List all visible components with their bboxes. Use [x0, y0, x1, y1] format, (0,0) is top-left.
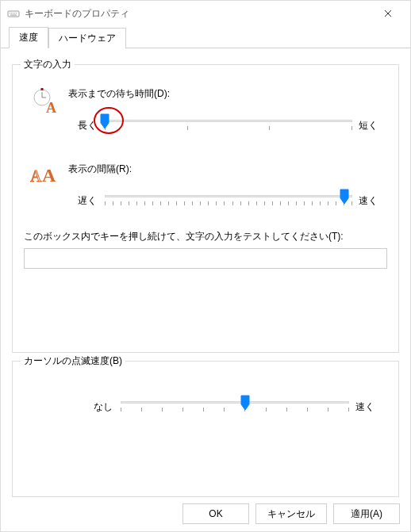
dialog-buttons: OK キャンセル 適用(A) [182, 503, 400, 524]
repeat-delay-left-label: 長く [68, 119, 102, 132]
svg-rect-6 [10, 14, 17, 15]
close-button[interactable] [372, 1, 404, 26]
svg-rect-8 [41, 88, 44, 90]
svg-rect-2 [11, 13, 12, 13]
keyboard-icon [7, 7, 20, 20]
cancel-button[interactable]: キャンセル [255, 503, 327, 524]
repeat-rate-slider[interactable] [105, 190, 352, 211]
blink-left-label: なし [81, 400, 117, 414]
repeat-delay-slider-thumb[interactable] [100, 113, 109, 129]
svg-rect-3 [13, 13, 13, 13]
group-blink-title: カーソルの点滅速度(B) [21, 354, 125, 368]
tab-hardware[interactable]: ハードウェア [48, 28, 126, 48]
svg-rect-4 [14, 13, 15, 13]
svg-rect-0 [8, 11, 19, 17]
blink-slider-thumb[interactable] [240, 395, 250, 411]
svg-text:A: A [42, 165, 56, 186]
blink-right-label: 速く [352, 400, 387, 414]
test-input[interactable] [24, 248, 387, 269]
group-char-input-title: 文字の入力 [21, 58, 75, 71]
blink-slider[interactable] [121, 396, 349, 417]
window: キーボードのプロパティ 速度 ハードウェア 文字の入力 A [0, 0, 411, 532]
test-label: このボックス内でキーを押し続けて、文字の入力をテストしてください(T): [24, 230, 387, 243]
svg-rect-5 [16, 13, 17, 13]
repeat-delay-right-label: 短く [355, 119, 387, 132]
close-icon [384, 10, 392, 17]
repeat-delay-slider[interactable] [105, 115, 352, 136]
repeat-delay-label: 表示までの待ち時間(D): [68, 87, 387, 101]
svg-text:A: A [30, 167, 42, 185]
svg-text:A: A [46, 100, 56, 116]
svg-rect-1 [10, 13, 10, 13]
titlebar[interactable]: キーボードのプロパティ [1, 1, 410, 26]
repeat-rate-left-label: 遅く [68, 194, 102, 208]
repeat-rate-right-label: 速く [355, 194, 387, 208]
group-blink: カーソルの点滅速度(B) なし 速 [12, 361, 399, 497]
cursor-preview [52, 396, 53, 411]
apply-button[interactable]: 適用(A) [333, 503, 400, 524]
ok-button[interactable]: OK [182, 503, 249, 524]
group-char-input: 文字の入力 A 表示までの待ち時間(D): 長く [12, 64, 399, 353]
repeat-rate-icon: A A [24, 163, 68, 186]
window-title: キーボードのプロパティ [25, 7, 372, 21]
tab-speed[interactable]: 速度 [9, 27, 48, 48]
tab-hardware-label: ハードウェア [59, 33, 116, 44]
repeat-rate-slider-thumb[interactable] [340, 189, 349, 205]
repeat-rate-label: 表示の間隔(R): [68, 163, 387, 176]
tab-pane-speed: 文字の入力 A 表示までの待ち時間(D): 長く [1, 48, 410, 497]
tab-speed-label: 速度 [19, 32, 38, 43]
tab-strip: 速度 ハードウェア [1, 26, 410, 48]
repeat-delay-icon: A [24, 87, 68, 116]
